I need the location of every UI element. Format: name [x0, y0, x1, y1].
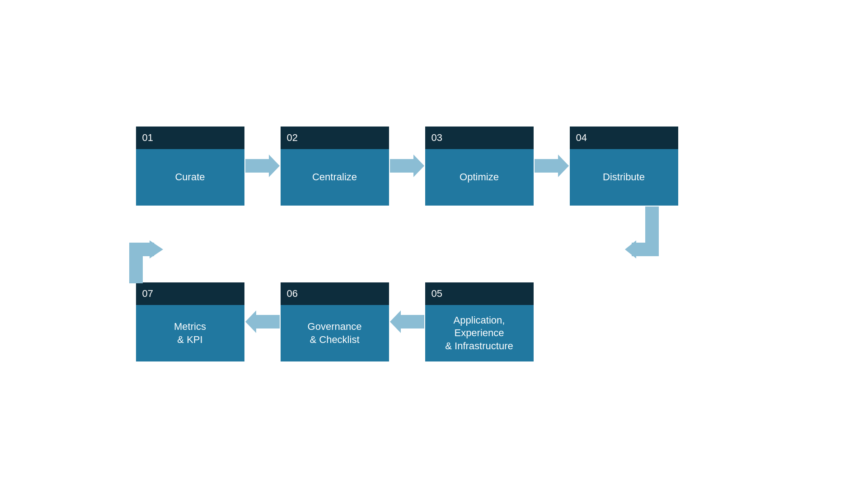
svg-marker-6 — [150, 240, 163, 258]
step-07-metrics: 07 Metrics& KPI — [136, 282, 244, 361]
arrow-05-to-06 — [390, 310, 424, 333]
step-07-number: 07 — [136, 282, 244, 305]
step-05-application: 05 Application,Experience& Infrastructur… — [425, 282, 534, 361]
arrow-02-to-03 — [390, 155, 424, 177]
step-03-label: Optimize — [425, 149, 534, 206]
step-03-optimize: 03 Optimize — [425, 127, 534, 206]
step-02-centralize: 02 Centralize — [281, 127, 389, 206]
step-06-governance: 06 Governance& Checklist — [281, 282, 389, 361]
step-01-label: Curate — [136, 149, 244, 206]
step-01-number: 01 — [136, 127, 244, 149]
arrow-07-to-01 — [109, 206, 163, 283]
step-05-number: 05 — [425, 282, 534, 305]
step-06-number: 06 — [281, 282, 389, 305]
svg-marker-3 — [625, 240, 636, 258]
process-diagram: 01 Curate 02 Centralize 03 Optimize 04 D… — [136, 127, 732, 361]
step-04-number: 04 — [570, 127, 678, 149]
step-05-label: Application,Experience& Infrastructure — [425, 305, 534, 361]
arrow-06-to-07 — [245, 310, 280, 333]
step-04-distribute: 04 Distribute — [570, 127, 678, 206]
step-07-label: Metrics& KPI — [136, 305, 244, 361]
arrow-03-to-04 — [535, 155, 569, 177]
step-02-label: Centralize — [281, 149, 389, 206]
arrow-04-to-05 — [625, 206, 670, 283]
step-01-curate: 01 Curate — [136, 127, 244, 206]
svg-marker-2 — [535, 155, 569, 177]
svg-marker-0 — [245, 155, 280, 177]
svg-marker-4 — [390, 310, 424, 333]
svg-marker-5 — [245, 310, 280, 333]
step-03-number: 03 — [425, 127, 534, 149]
step-06-label: Governance& Checklist — [281, 305, 389, 361]
step-04-label: Distribute — [570, 149, 678, 206]
svg-marker-1 — [390, 155, 424, 177]
arrow-01-to-02 — [245, 155, 280, 177]
step-02-number: 02 — [281, 127, 389, 149]
